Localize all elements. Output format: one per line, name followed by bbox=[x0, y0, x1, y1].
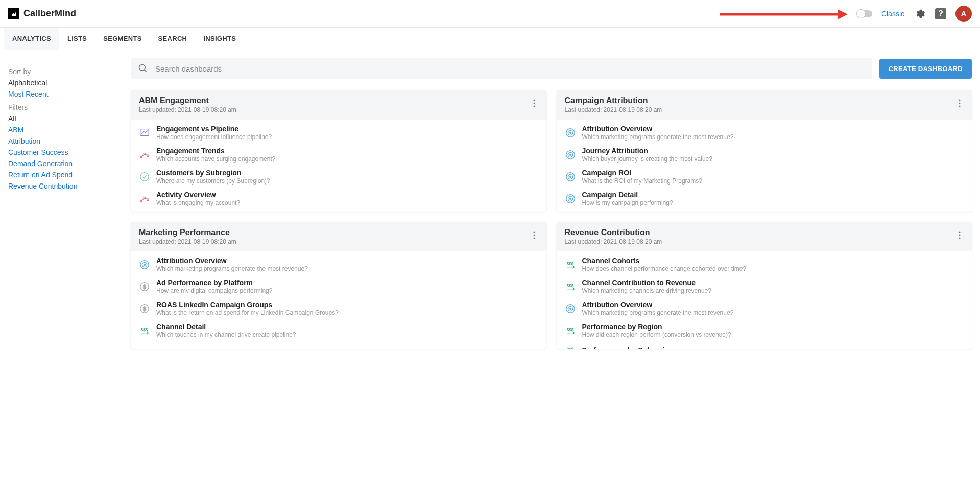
kebab-menu-icon[interactable] bbox=[953, 229, 966, 241]
annotation-arrow-icon bbox=[720, 8, 848, 21]
dashboard-item[interactable]: Engagement vs PipelineHow does engagemen… bbox=[131, 122, 546, 144]
kebab-menu-icon[interactable] bbox=[953, 97, 966, 109]
dashboard-item[interactable]: Journey AttributionWhich buyer journey i… bbox=[557, 144, 972, 166]
svg-point-27 bbox=[569, 154, 571, 155]
classic-toggle[interactable] bbox=[857, 10, 872, 17]
brand[interactable]: CaliberMind bbox=[8, 8, 76, 19]
item-desc: Which accounts have surging engagement? bbox=[156, 155, 538, 163]
dashboard-item[interactable]: Attribution OverviewWhich marketing prog… bbox=[131, 254, 546, 275]
target-icon bbox=[139, 259, 150, 270]
search-box[interactable] bbox=[131, 58, 872, 79]
dashboard-item[interactable]: $$$Performance by RegionHow did each reg… bbox=[557, 319, 972, 341]
tab-insights[interactable]: INSIGHTS bbox=[195, 28, 244, 50]
svg-point-46 bbox=[959, 232, 961, 233]
filter-option[interactable]: Return on Ad Spend bbox=[8, 171, 119, 179]
avatar[interactable]: A bbox=[955, 6, 972, 22]
dashboard-item[interactable]: Engagement TrendsWhich accounts have sur… bbox=[131, 144, 546, 166]
classic-link[interactable]: Classic bbox=[881, 10, 904, 18]
svg-point-34 bbox=[533, 232, 535, 233]
money-icon: $$$ bbox=[565, 325, 576, 336]
item-desc: What is engaging my account? bbox=[156, 199, 538, 206]
svg-point-20 bbox=[959, 103, 961, 104]
dashboard-item[interactable]: $$$Channel CohortsHow does channel perfo… bbox=[557, 254, 972, 275]
dashboard-item[interactable]: $$$Channel Contribution to RevenueWhich … bbox=[557, 275, 972, 297]
dashboard-item[interactable]: Attribution OverviewWhich marketing prog… bbox=[557, 122, 972, 144]
item-title: Activity Overview bbox=[156, 191, 538, 199]
sidebar: Sort by AlphabeticalMost Recent Filters … bbox=[0, 58, 128, 359]
card-header: ABM EngagementLast updated: 2021-08-19 0… bbox=[131, 90, 546, 120]
search-input[interactable] bbox=[155, 64, 865, 73]
tab-lists[interactable]: LISTS bbox=[59, 28, 95, 50]
dollar-icon: $ bbox=[139, 281, 150, 292]
item-desc: Which marketing channels are driving rev… bbox=[582, 287, 964, 294]
item-title: Channel Contribution to Revenue bbox=[582, 279, 964, 287]
item-desc: Which marketing programs generate the mo… bbox=[156, 265, 538, 272]
filter-option[interactable]: ABM bbox=[8, 126, 119, 134]
item-title: ROAS LinkedIn Campaign Groups bbox=[156, 301, 538, 309]
dashboard-item[interactable]: $$$Performance by Subregion bbox=[557, 341, 972, 349]
gear-icon[interactable] bbox=[914, 8, 926, 20]
filters-heading: Filters bbox=[8, 103, 119, 111]
dashboard-item[interactable]: Campaign DetailHow is my campaign perfor… bbox=[557, 188, 972, 210]
dashboard-item[interactable]: $$$Channel DetailWhich touches in my cha… bbox=[131, 319, 546, 341]
card-body: Attribution OverviewWhich marketing prog… bbox=[557, 120, 972, 212]
create-dashboard-button[interactable]: CREATE DASHBOARD bbox=[879, 59, 972, 79]
filter-option[interactable]: Revenue Contribution bbox=[8, 182, 119, 190]
card-header: Campaign AttributionLast updated: 2021-0… bbox=[557, 90, 972, 120]
item-title: Journey Attribution bbox=[582, 147, 964, 155]
svg-point-2 bbox=[139, 65, 146, 71]
svg-point-36 bbox=[533, 238, 535, 239]
item-title: Customers by Subregion bbox=[156, 169, 538, 177]
item-desc: Which buyer journey is creating the most… bbox=[582, 155, 964, 163]
target-icon bbox=[565, 193, 576, 204]
item-desc: How did each region perform (conversion … bbox=[582, 331, 964, 338]
filter-option[interactable]: Demand Generation bbox=[8, 159, 119, 168]
card-updated: Last updated: 2021-08-19 08:20 am bbox=[139, 106, 538, 113]
svg-line-3 bbox=[145, 70, 147, 72]
dashboard-card: Marketing PerformanceLast updated: 2021-… bbox=[131, 222, 546, 349]
dashboard-item[interactable]: $ROAS LinkedIn Campaign GroupsWhat is th… bbox=[131, 297, 546, 319]
svg-line-12 bbox=[145, 154, 147, 155]
dashboard-item[interactable]: Activity OverviewWhat is engaging my acc… bbox=[131, 188, 546, 210]
item-desc: How are my digital campaigns performing? bbox=[156, 287, 538, 294]
target-icon bbox=[565, 303, 576, 314]
svg-text:$$$: $$$ bbox=[566, 347, 573, 349]
dashboard-item[interactable]: $Ad Performance by PlatformHow are my di… bbox=[131, 275, 546, 297]
tab-analytics[interactable]: ANALYTICS bbox=[4, 28, 59, 50]
help-icon[interactable]: ? bbox=[935, 8, 946, 19]
kebab-menu-icon[interactable] bbox=[528, 229, 540, 241]
item-title: Attribution Overview bbox=[582, 301, 964, 309]
card-title: Campaign Attribution bbox=[565, 96, 964, 105]
svg-line-11 bbox=[142, 154, 144, 156]
target-icon bbox=[565, 171, 576, 182]
svg-point-55 bbox=[569, 308, 571, 309]
item-title: Attribution Overview bbox=[582, 125, 964, 133]
card-header: Revenue ContributionLast updated: 2021-0… bbox=[557, 222, 972, 251]
filter-option[interactable]: Attribution bbox=[8, 137, 119, 145]
item-desc: Which marketing programs generate the mo… bbox=[582, 133, 964, 141]
item-desc: What is the return on ad spend for my Li… bbox=[156, 309, 538, 316]
dashboard-item[interactable]: Campaign ROIWhat is the ROI of my Market… bbox=[557, 166, 972, 188]
dashboard-item[interactable]: Attribution OverviewWhich marketing prog… bbox=[557, 297, 972, 319]
svg-text:$$$: $$$ bbox=[566, 327, 573, 332]
tab-search[interactable]: SEARCH bbox=[150, 28, 196, 50]
item-title: Performance by Region bbox=[582, 323, 964, 331]
svg-point-21 bbox=[959, 106, 961, 107]
item-desc: Where are my customers (by Subregion)? bbox=[156, 177, 538, 185]
sort-option[interactable]: Alphabetical bbox=[8, 79, 119, 87]
nav-tabs: ANALYTICSLISTSSEGMENTSSEARCHINSIGHTS bbox=[0, 28, 980, 50]
card-title: ABM Engagement bbox=[139, 96, 538, 105]
kebab-menu-icon[interactable] bbox=[528, 97, 540, 109]
dashboard-card: Revenue ContributionLast updated: 2021-0… bbox=[557, 222, 972, 349]
sort-option[interactable]: Most Recent bbox=[8, 90, 119, 98]
dashboard-item[interactable]: Customers by SubregionWhere are my custo… bbox=[131, 166, 546, 188]
svg-point-14 bbox=[140, 200, 142, 202]
item-title: Campaign ROI bbox=[582, 169, 964, 177]
card-updated: Last updated: 2021-08-19 08:20 am bbox=[565, 106, 964, 113]
filter-option[interactable]: Customer Success bbox=[8, 148, 119, 156]
item-desc: What is the ROI of my Marketing Programs… bbox=[582, 177, 964, 185]
filter-option[interactable]: All bbox=[8, 114, 119, 123]
tab-segments[interactable]: SEGMENTS bbox=[95, 28, 150, 50]
check-icon bbox=[139, 171, 150, 182]
item-desc: How does engagement influence pipeline? bbox=[156, 133, 538, 141]
